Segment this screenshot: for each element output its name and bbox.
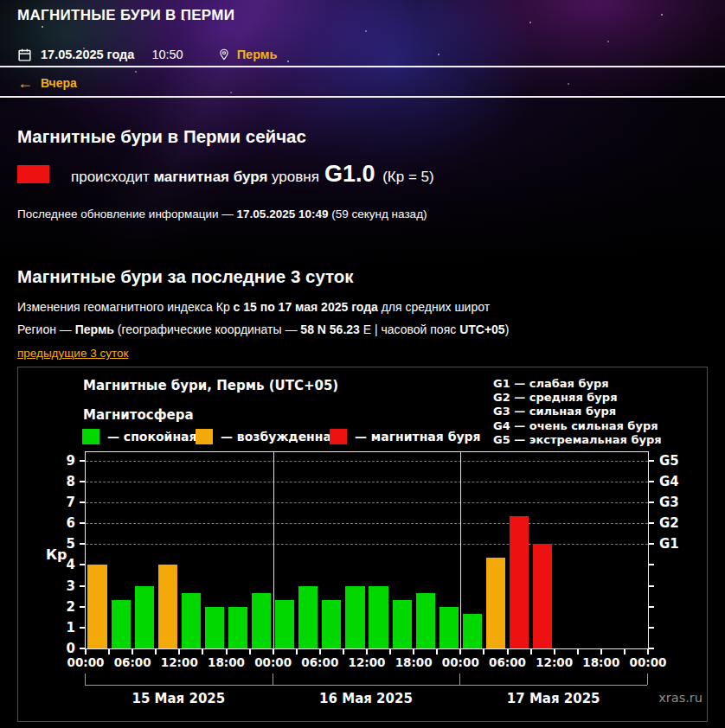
kp-bar [369, 586, 388, 648]
x-axis-label: 18:00 [391, 655, 436, 669]
y-tick [649, 606, 654, 608]
x-tick [249, 649, 251, 655]
x-tick [483, 649, 484, 655]
kp-bar [439, 607, 459, 648]
kp-bar [393, 600, 412, 648]
y-tick [80, 460, 85, 462]
kp-chart: Магнитные бури, Пермь (UTC+05) Магнитосф… [17, 367, 708, 722]
yesterday-label: Вчера [41, 76, 77, 90]
y-axis-label: 7 [53, 495, 75, 510]
separator-line [0, 66, 725, 67]
g-axis-label: G3 [659, 495, 679, 510]
x-tick [436, 649, 438, 655]
x-tick [507, 649, 509, 655]
kp-bar [182, 593, 201, 648]
x-tick [624, 649, 626, 655]
day-divider-line [273, 452, 274, 648]
previous-3-days-link[interactable]: предыдущие 3 суток [17, 347, 128, 360]
x-tick [296, 649, 298, 655]
y-tick [80, 522, 85, 524]
x-tick [530, 649, 532, 655]
x-axis-label: 18:00 [579, 655, 624, 669]
kp-bar [298, 586, 318, 648]
kp-bar [158, 565, 177, 648]
gridline [86, 544, 648, 545]
y-tick [649, 627, 654, 629]
day-divider-line [460, 452, 461, 648]
bracket-tick [459, 674, 460, 685]
y-axis-label: 0 [53, 641, 75, 656]
calendar-icon [17, 48, 32, 62]
y-axis-label: 5 [53, 536, 75, 552]
x-axis-label: 00:00 [626, 655, 670, 669]
gridline [86, 523, 648, 524]
x-tick [132, 649, 133, 655]
x-tick [85, 649, 87, 655]
bracket-tick [647, 674, 648, 685]
y-tick [649, 460, 654, 462]
g-legend-line: G3 — сильная буря [493, 405, 662, 418]
legend-swatch-green [82, 429, 99, 444]
kp-bar [275, 600, 294, 648]
day-label: 17 Мая 2025 [459, 691, 647, 706]
day-label: 15 Мая 2025 [85, 691, 273, 706]
x-tick [554, 649, 555, 655]
kp-bar [345, 586, 364, 648]
x-tick [366, 649, 368, 655]
y-tick [649, 481, 654, 482]
legend-label: — спокойная [107, 430, 197, 444]
kp-bar [87, 565, 106, 648]
y-tick [649, 585, 654, 587]
y-tick [80, 606, 85, 608]
storm-status-row: происходит магнитная буря уровняG1.0 (Кр… [17, 161, 434, 187]
kp-bar [322, 600, 341, 648]
x-axis-label: 12:00 [344, 655, 389, 669]
y-tick [80, 585, 85, 587]
x-tick [647, 649, 649, 655]
history-section-heading: Магнитные бури за последние 3 суток [17, 266, 354, 287]
kp-bar [135, 586, 154, 648]
y-tick [649, 543, 654, 545]
y-tick [80, 543, 85, 545]
x-axis-label: 00:00 [251, 655, 296, 669]
history-description: Изменения геомагнитного индекса Кр с 15 … [17, 300, 490, 314]
y-axis-label: 6 [53, 515, 75, 531]
x-tick [108, 649, 110, 655]
kp-bar [533, 544, 552, 648]
chart-title: Магнитные бури, Пермь (UTC+05) [83, 378, 338, 393]
current-time: 10:50 [151, 48, 183, 61]
region-description: Регион — Пермь (географические координат… [17, 322, 509, 336]
x-axis-label: 00:00 [63, 655, 108, 669]
xras-watermark: xras.ru [658, 691, 703, 705]
gridline [86, 502, 648, 503]
magnetosphere-label: Магнитосфера [83, 407, 194, 423]
kp-bar [416, 593, 435, 648]
y-axis-label: 4 [53, 557, 75, 572]
x-tick [577, 649, 579, 655]
y-axis-label: 1 [53, 620, 75, 635]
bracket-tick [85, 674, 86, 685]
g-legend-line: G5 — экстремальная буря [493, 433, 662, 447]
gridline [86, 482, 648, 482]
y-tick [80, 481, 85, 482]
legend-item-quiet: — спокойная [82, 429, 197, 444]
x-axis-label: 00:00 [438, 655, 483, 669]
g-axis-label: G5 [659, 453, 679, 469]
y-tick [649, 648, 654, 649]
yesterday-link[interactable]: ← Вчера [17, 76, 77, 90]
bracket-tick [273, 674, 273, 685]
y-axis-label: 3 [53, 578, 75, 594]
x-axis-label: 06:00 [485, 655, 530, 669]
city-link[interactable]: Пермь [237, 48, 278, 61]
x-tick [226, 649, 228, 655]
x-axis-label: 18:00 [204, 655, 249, 669]
y-tick [649, 522, 654, 524]
legend-swatch-orange [196, 429, 213, 444]
kp-bar [205, 607, 224, 648]
legend-swatch-red [330, 429, 347, 444]
date-row: 17.05.2025 года 10:50 Пермь [17, 45, 277, 64]
page-title: МАГНИТНЫЕ БУРИ В ПЕРМИ [17, 7, 234, 24]
y-axis-label: 9 [53, 453, 75, 469]
kp-bar [510, 516, 529, 648]
legend-label: — магнитная буря [355, 430, 481, 444]
